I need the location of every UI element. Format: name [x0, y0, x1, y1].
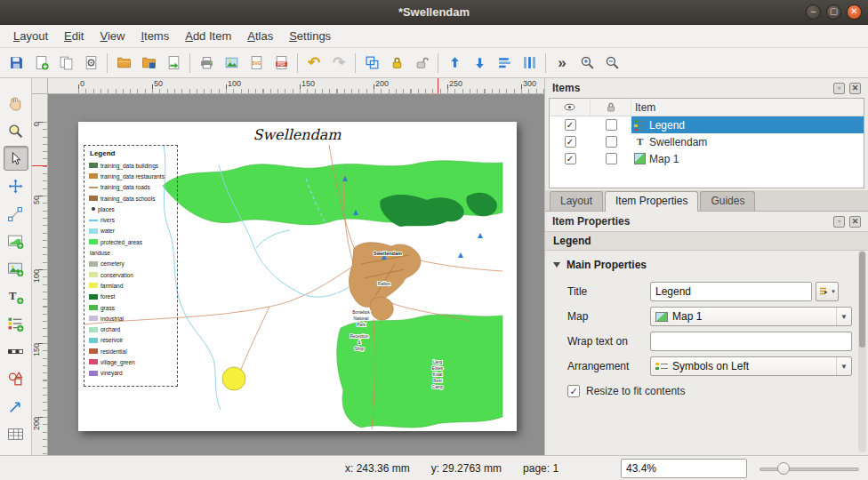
unlock-items-button[interactable] — [410, 52, 433, 75]
add-items-from-template-button[interactable] — [162, 52, 185, 75]
lower-items-button[interactable] — [468, 52, 491, 75]
menu-settings[interactable]: Settings — [281, 26, 339, 46]
layout-page[interactable]: Swellendam Railton Bontebok National Par… — [78, 122, 517, 431]
new-layout-button[interactable] — [29, 52, 52, 75]
properties-float-button[interactable]: ▫ — [833, 216, 845, 228]
cursor-x-marker — [438, 78, 438, 93]
raise-items-button[interactable] — [443, 52, 466, 75]
legend-swatch — [89, 173, 98, 179]
layout-canvas[interactable]: 050100150200250300 050100150200 — [32, 78, 544, 455]
legend-item[interactable]: Legend training_data buildingstraining_d… — [84, 145, 178, 387]
align-items-button[interactable] — [493, 52, 516, 75]
properties-scrollbar[interactable] — [858, 251, 866, 452]
select-move-item-button[interactable] — [4, 146, 28, 171]
status-bar: x: 243.36 mm y: 29.2763 mm page: 1 ▼ — [0, 455, 868, 480]
main-properties-group[interactable]: Main Properties — [545, 251, 857, 277]
menu-items[interactable]: Items — [133, 26, 177, 46]
save-as-template-button[interactable] — [137, 52, 160, 75]
properties-close-button[interactable]: ✕ — [849, 216, 861, 228]
page-readout: page: 1 — [523, 462, 559, 475]
data-defined-override-button[interactable]: ▾ — [816, 282, 839, 301]
map-combo[interactable]: Map 1 ▼ — [650, 307, 852, 326]
zoom-slider-handle[interactable] — [777, 462, 790, 475]
undo-button[interactable]: ↶ — [302, 52, 326, 75]
zoom-slider[interactable] — [760, 459, 859, 478]
cursor-icon — [7, 150, 24, 167]
export-pdf-button[interactable]: PDF — [269, 52, 293, 75]
visibility-checkbox[interactable]: ✓ — [565, 136, 576, 148]
ruler-corner — [32, 78, 48, 94]
add-picture-button[interactable] — [4, 256, 28, 281]
visibility-checkbox[interactable]: ✓ — [565, 153, 576, 164]
add-arrow-button[interactable] — [4, 394, 28, 419]
zoom-tool-button[interactable] — [4, 118, 28, 143]
legend-entry: training_data roads — [89, 182, 175, 193]
items-float-button[interactable]: ▫ — [833, 83, 845, 94]
item-row-map-1[interactable]: ✓Map 1 — [550, 150, 864, 167]
legend-entry-label: village_green — [100, 359, 135, 365]
lock-items-button[interactable] — [385, 52, 408, 75]
tab-item-properties[interactable]: Item Properties — [605, 191, 698, 212]
visibility-checkbox[interactable]: ✓ — [565, 119, 576, 131]
lock-checkbox[interactable] — [606, 153, 617, 164]
zoom-combo[interactable]: ▼ — [621, 459, 747, 478]
minimize-button[interactable]: – — [806, 4, 821, 20]
ruler-number: 150 — [301, 79, 315, 88]
zoom-slider-track[interactable] — [760, 468, 859, 471]
scrollbar-thumb[interactable] — [859, 252, 865, 348]
group-items-button[interactable] — [360, 52, 383, 75]
top-ruler: 050100150200250300 — [48, 78, 544, 94]
items-close-button[interactable]: ✕ — [849, 83, 861, 94]
open-layout-button[interactable] — [112, 52, 135, 75]
save-project-button[interactable] — [4, 52, 28, 75]
toolbar-overflow-button[interactable]: » — [551, 52, 574, 75]
arrangement-combo[interactable]: Symbols on Left ▼ — [650, 356, 852, 376]
layout-manager-button[interactable] — [79, 52, 102, 75]
tab-guides[interactable]: Guides — [700, 191, 755, 211]
pan-tool-button[interactable] — [4, 91, 28, 116]
export-svg-button[interactable]: SVG — [245, 52, 268, 75]
forest-area — [380, 195, 464, 227]
wrap-text-input[interactable] — [650, 332, 852, 351]
maximize-button[interactable]: ▢ — [826, 4, 841, 20]
resize-checkbox[interactable]: ✓ — [567, 385, 580, 397]
legend-entry: places — [89, 204, 175, 214]
lock-checkbox[interactable] — [606, 136, 617, 148]
move-item-content-button[interactable] — [4, 173, 28, 198]
add-label-button[interactable]: T — [4, 284, 28, 308]
menu-edit[interactable]: Edit — [56, 26, 92, 46]
item-row-swellendam[interactable]: ✓Swellendam — [550, 133, 864, 150]
add-shape-button[interactable] — [4, 366, 28, 391]
selected-item-type: Legend — [545, 231, 868, 251]
map-thumbnail-icon — [655, 312, 668, 322]
close-button[interactable]: ✕ — [847, 4, 862, 20]
right-panel: Items ▫ ✕ Item ✓Legend✓Swellendam✓Map 1 … — [544, 78, 868, 455]
print-button[interactable] — [195, 52, 218, 75]
redo-button[interactable]: ↷ — [327, 52, 350, 75]
menu-add-item[interactable]: Add Item — [177, 26, 239, 46]
zoom-out-button[interactable] — [600, 52, 623, 75]
zoom-in-button[interactable] — [575, 52, 599, 75]
add-attribute-table-button[interactable] — [4, 421, 28, 446]
canvas-viewport[interactable]: Swellendam Railton Bontebok National Par… — [48, 94, 544, 455]
zoom-level-input[interactable] — [622, 460, 747, 477]
duplicate-layout-button[interactable] — [54, 52, 77, 75]
export-image-button[interactable] — [220, 52, 243, 75]
zoom-out-icon — [605, 55, 620, 70]
legend-entry-label: landuse — [90, 250, 110, 256]
legend-swatch — [89, 316, 98, 321]
legend-title-input[interactable] — [650, 282, 812, 301]
add-legend-button[interactable] — [4, 311, 28, 336]
map-label: Camp — [432, 385, 444, 389]
edit-nodes-item-button[interactable] — [4, 201, 28, 226]
menu-layout[interactable]: Layout — [5, 26, 56, 46]
menu-view[interactable]: View — [92, 26, 133, 46]
distribute-items-button[interactable] — [518, 52, 541, 75]
lock-checkbox[interactable] — [606, 119, 617, 131]
add-map-button[interactable] — [4, 228, 28, 253]
add-scalebar-button[interactable] — [4, 339, 28, 364]
items-tree[interactable]: Item ✓Legend✓Swellendam✓Map 1 — [549, 98, 864, 188]
menu-atlas[interactable]: Atlas — [239, 26, 281, 46]
item-row-legend[interactable]: ✓Legend — [550, 116, 864, 133]
tab-layout[interactable]: Layout — [550, 191, 603, 211]
